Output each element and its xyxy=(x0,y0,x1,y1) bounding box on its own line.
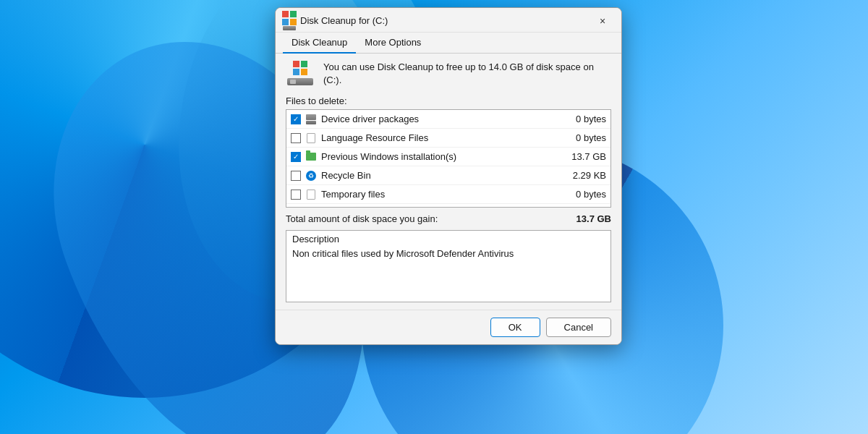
file-size-device-driver: 0 bytes xyxy=(559,114,606,124)
file-item-temporary-files[interactable]: Temporary files 0 bytes xyxy=(286,185,610,204)
cancel-button[interactable]: Cancel xyxy=(546,318,611,337)
files-to-delete-label: Files to delete: xyxy=(286,95,611,106)
button-row: OK Cancel xyxy=(276,310,621,344)
page-icon xyxy=(307,133,315,143)
file-size-temporary-files: 0 bytes xyxy=(559,189,606,200)
ok-button[interactable]: OK xyxy=(490,318,540,337)
disk-icon-area xyxy=(286,61,315,85)
file-item-language-resource[interactable]: Language Resource Files 0 bytes xyxy=(286,129,610,148)
drive-icon xyxy=(283,26,296,30)
icon-language-resource xyxy=(305,132,317,144)
icon-drive xyxy=(306,114,316,124)
checkbox-language-resource[interactable] xyxy=(291,133,301,143)
page-icon-temp xyxy=(307,190,315,200)
recycle-bin-icon: ♻ xyxy=(306,171,316,181)
file-name-language-resource: Language Resource Files xyxy=(321,132,555,143)
folder-green-icon xyxy=(306,153,316,161)
file-size-recycle-bin: 2.29 KB xyxy=(559,170,606,181)
disk-cleanup-title-icon xyxy=(283,14,296,27)
icon-thumbnails xyxy=(305,208,317,208)
header-windows-logo xyxy=(293,61,307,75)
total-space-row: Total amount of disk space you gain: 13.… xyxy=(286,213,611,224)
tab-disk-cleanup[interactable]: Disk Cleanup xyxy=(283,33,356,54)
disk-cleanup-dialog: Disk Cleanup for (C:) × Disk Cleanup Mor… xyxy=(275,7,622,345)
description-title: Description xyxy=(292,234,605,244)
checkbox-previous-windows[interactable] xyxy=(291,152,301,162)
icon-temporary-files xyxy=(305,189,317,200)
windows-logo-icon xyxy=(282,11,297,25)
icon-previous-windows xyxy=(305,151,317,163)
hdd-graphic xyxy=(287,78,313,85)
dialog-content: You can use Disk Cleanup to free up to 1… xyxy=(276,54,621,310)
header-section: You can use Disk Cleanup to free up to 1… xyxy=(286,61,611,87)
file-name-temporary-files: Temporary files xyxy=(321,189,555,200)
title-bar-left: Disk Cleanup for (C:) xyxy=(283,14,388,27)
file-item-recycle-bin[interactable]: ♻ Recycle Bin 2.29 KB xyxy=(286,166,610,185)
checkbox-device-driver[interactable] xyxy=(291,114,301,124)
file-name-recycle-bin: Recycle Bin xyxy=(321,170,555,181)
drive-icon-device-driver xyxy=(305,114,317,125)
description-box: Description Non critical files used by M… xyxy=(286,230,611,302)
checkbox-recycle-bin[interactable] xyxy=(291,171,301,181)
file-size-language-resource: 0 bytes xyxy=(559,132,606,143)
icon-recycle-bin: ♻ xyxy=(305,170,317,182)
description-text: Non critical files used by Microsoft Def… xyxy=(292,247,605,260)
file-name-previous-windows: Previous Windows installation(s) xyxy=(321,151,555,162)
file-size-previous-windows: 13.7 GB xyxy=(559,151,606,162)
file-item-previous-windows[interactable]: Previous Windows installation(s) 13.7 GB xyxy=(286,148,610,166)
title-bar: Disk Cleanup for (C:) × xyxy=(276,8,621,33)
file-item-thumbnails[interactable]: Thumbnails 7.01 MB xyxy=(286,204,610,208)
dialog-title: Disk Cleanup for (C:) xyxy=(300,15,388,26)
close-button[interactable]: × xyxy=(592,13,613,29)
header-description: You can use Disk Cleanup to free up to 1… xyxy=(323,61,611,87)
tab-bar: Disk Cleanup More Options xyxy=(276,33,621,54)
file-item-device-driver[interactable]: Device driver packages 0 bytes xyxy=(286,110,610,129)
tab-more-options[interactable]: More Options xyxy=(356,33,430,54)
checkbox-temporary-files[interactable] xyxy=(291,190,301,200)
total-value: 13.7 GB xyxy=(576,213,611,224)
total-label: Total amount of disk space you gain: xyxy=(286,213,438,224)
file-name-device-driver: Device driver packages xyxy=(321,114,555,124)
file-list: Device driver packages 0 bytes Language … xyxy=(286,109,611,208)
